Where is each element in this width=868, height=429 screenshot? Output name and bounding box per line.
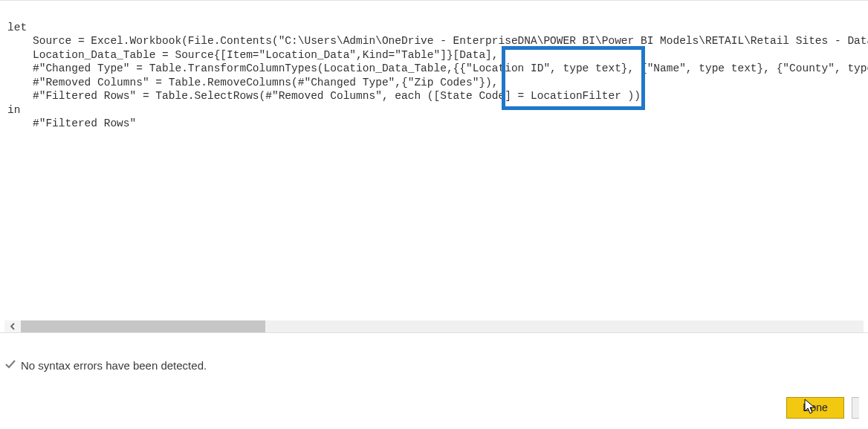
done-button[interactable]: Done xyxy=(786,397,844,419)
code-line-changed-type: #"Changed Type" = Table.TransformColumnT… xyxy=(7,62,868,76)
advanced-editor-pane: let Source = Excel.Workbook(File.Content… xyxy=(0,0,868,333)
code-line-source: Source = Excel.Workbook(File.Contents("C… xyxy=(7,34,868,48)
horizontal-scrollbar[interactable] xyxy=(4,320,864,332)
syntax-status-bar: No syntax errors have been detected. xyxy=(0,355,868,375)
code-line-in: in xyxy=(7,104,20,116)
m-code-editor[interactable]: let Source = Excel.Workbook(File.Content… xyxy=(0,1,868,178)
code-line-output: #"Filtered Rows" xyxy=(7,117,868,131)
dialog-button-bar: Done xyxy=(0,386,868,429)
scrollbar-thumb[interactable] xyxy=(21,320,265,332)
code-line-filtered-rows: #"Filtered Rows" = Table.SelectRows(#"Re… xyxy=(7,89,868,103)
status-message: No syntax errors have been detected. xyxy=(21,359,207,372)
code-line-let: let xyxy=(7,22,27,33)
check-icon xyxy=(4,358,16,372)
code-line-location-table: Location_Data_Table = Source{[Item="Loca… xyxy=(7,48,868,62)
code-line-removed-columns: #"Removed Columns" = Table.RemoveColumns… xyxy=(7,76,868,90)
cancel-button-edge[interactable] xyxy=(852,397,859,419)
scroll-left-arrow-icon[interactable] xyxy=(4,320,21,332)
scrollbar-track[interactable] xyxy=(21,320,864,332)
